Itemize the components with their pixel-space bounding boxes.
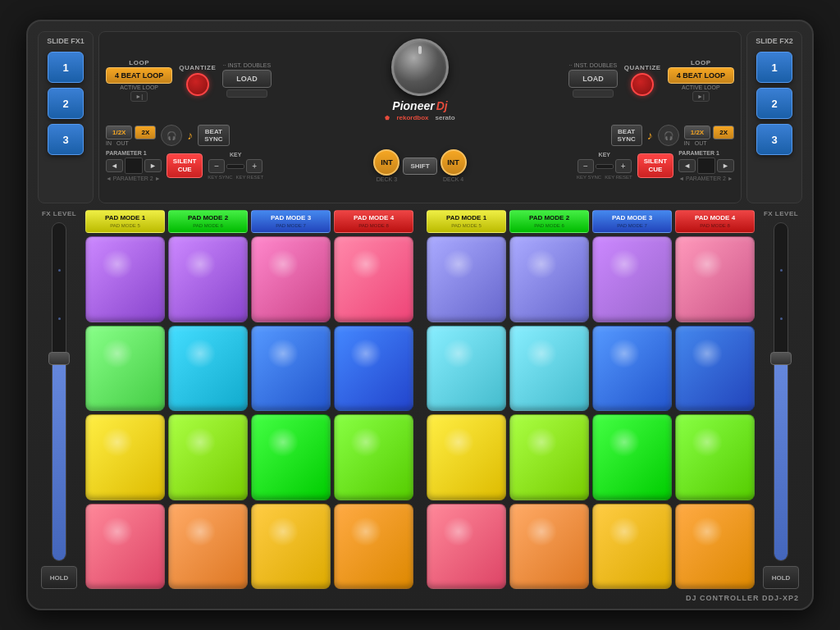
slide-fx2-btn-2[interactable]: 2 (756, 88, 792, 119)
pad-R2-4[interactable] (675, 326, 755, 412)
pad-R4-4[interactable] (675, 504, 755, 590)
pad-L2-3[interactable] (251, 326, 331, 412)
beat-sync-left[interactable]: BEATSYNC (198, 125, 229, 146)
pad-L1-4[interactable] (334, 236, 413, 322)
pad-L1-3[interactable] (251, 236, 331, 322)
pad-R1-1[interactable] (427, 236, 506, 322)
pad-group-left-2 (85, 326, 413, 412)
pad-R3-3[interactable] (592, 414, 672, 500)
loop-label-right: LOOP (691, 59, 711, 66)
hold-btn-left[interactable]: HOLD (41, 566, 77, 589)
deck4-label: DECK 4 (443, 176, 463, 182)
pad-L3-2[interactable] (168, 414, 248, 500)
pad-R3-4[interactable] (675, 414, 755, 500)
silent-cue-left[interactable]: SILENTCUE (167, 153, 203, 177)
pad-mode-4-right[interactable]: PAD MODE 4 PAD MODE 8 (675, 210, 755, 233)
param-right-arrow-right[interactable]: ► (717, 159, 734, 172)
out-label-left: OUT (116, 140, 129, 146)
headphone-icon-left[interactable]: 🎧 (161, 125, 182, 146)
loop-btn-left[interactable]: 4 BEAT LOOP (106, 67, 172, 84)
deck-row-1: LOOP 4 BEAT LOOP ACTIVE LOOP ►| QUANTIZE… (106, 39, 734, 121)
pad-mode-1r-label: PAD MODE 1 (446, 215, 486, 222)
slide-fx1-btn-2[interactable]: 2 (48, 88, 84, 119)
fx-level-left-slider[interactable] (52, 222, 66, 561)
pad-modes-left: PAD MODE 1 PAD MODE 5 PAD MODE 2 PAD MOD… (85, 210, 413, 233)
pad-R4-3[interactable] (592, 504, 672, 590)
pad-L2-2[interactable] (168, 326, 248, 412)
key-plus-left[interactable]: + (246, 159, 262, 173)
hold-btn-right[interactable]: HOLD (763, 566, 799, 589)
pad-R2-1[interactable] (427, 326, 506, 412)
pad-R2-2[interactable] (509, 326, 589, 412)
pad-mode-2-left[interactable]: PAD MODE 2 PAD MODE 6 (168, 210, 248, 233)
load-btn-right[interactable]: LOAD (568, 70, 618, 88)
pad-R4-2[interactable] (509, 504, 589, 590)
pad-mode-2-right[interactable]: PAD MODE 2 PAD MODE 6 (509, 210, 589, 233)
pad-L4-3[interactable] (251, 504, 331, 590)
silent-cue-right[interactable]: SILENTCUE (637, 153, 673, 177)
int-btn-left[interactable]: INT (373, 149, 399, 176)
pad-mode-4-left[interactable]: PAD MODE 4 PAD MODE 8 (334, 210, 413, 233)
pad-mode-3-right[interactable]: PAD MODE 3 PAD MODE 7 (592, 210, 672, 233)
slide-fx2-btn-1[interactable]: 1 (756, 52, 792, 83)
pad-L3-4[interactable] (334, 414, 413, 500)
param-right-arrow[interactable]: ► (144, 159, 162, 172)
pad-L3-3[interactable] (251, 414, 331, 500)
loop-btn-right[interactable]: 4 BEAT LOOP (668, 67, 734, 84)
pad-L2-4[interactable] (334, 326, 413, 412)
load-btn-left[interactable]: LOAD (222, 70, 272, 88)
pad-L4-4[interactable] (334, 504, 413, 590)
headphone-icon-right[interactable]: 🎧 (658, 125, 679, 146)
pad-R1-3[interactable] (592, 236, 672, 322)
quantize-knob-left[interactable] (186, 73, 209, 96)
two-btn-left[interactable]: 2X (135, 126, 156, 139)
pad-R4-1[interactable] (427, 504, 506, 590)
pad-R2-3[interactable] (592, 326, 672, 412)
loop-label-left: LOOP (129, 59, 149, 66)
key-plus-right[interactable]: + (615, 159, 632, 173)
half-btn-left[interactable]: 1/2X (106, 126, 132, 139)
pad-R1-2[interactable] (509, 236, 589, 322)
pad-R1-4[interactable] (675, 236, 755, 322)
fx-level-right-slider[interactable] (774, 222, 788, 561)
half-btn-right[interactable]: 1/2X (684, 126, 710, 139)
pad-R3-2[interactable] (509, 414, 589, 500)
param1-group-left: PARAMETER 1 ◄ ► ◄ PARAMETER 2 ► (106, 150, 162, 181)
pad-L4-2[interactable] (168, 504, 248, 590)
note-icon-left[interactable]: ♪ (187, 129, 193, 142)
fx-thumb-right[interactable] (770, 352, 792, 365)
pad-mode-1-right[interactable]: PAD MODE 1 PAD MODE 5 (427, 210, 506, 233)
fx-thumb-left[interactable] (48, 352, 70, 365)
center-area: Pioneer Dj ⬟ rekordbox serato (375, 39, 465, 121)
main-knob[interactable] (391, 39, 449, 96)
key-minus-left[interactable]: − (208, 159, 225, 173)
int-btn-right[interactable]: INT (441, 149, 467, 176)
pad-L4-1[interactable] (85, 504, 165, 590)
pad-mode-3-left[interactable]: PAD MODE 3 PAD MODE 7 (251, 210, 331, 233)
pad-L1-1[interactable] (85, 236, 165, 322)
pad-mode-1-left[interactable]: PAD MODE 1 PAD MODE 5 (85, 210, 165, 233)
slide-fx1-btn-1[interactable]: 1 (48, 52, 84, 83)
quantize-knob-right[interactable] (631, 73, 654, 96)
shift-btn[interactable]: SHIFT (403, 158, 436, 175)
key-minus-right[interactable]: − (578, 159, 594, 173)
pad-L2-1[interactable] (85, 326, 165, 412)
pad-L1-2[interactable] (168, 236, 248, 322)
pad-mode-4-label: PAD MODE 4 (354, 215, 394, 222)
fx-dot (780, 269, 783, 272)
pad-R3-1[interactable] (427, 414, 506, 500)
transport-left[interactable]: ►| (130, 91, 148, 102)
two-btn-right[interactable]: 2X (713, 126, 734, 139)
pad-section: FX LEVEL HOLD (38, 210, 802, 589)
transport-right[interactable]: ►| (692, 91, 710, 102)
beat-sync-right[interactable]: BEATSYNC (611, 125, 642, 146)
note-icon-right[interactable]: ♪ (647, 129, 653, 142)
param-left-arrow[interactable]: ◄ (106, 159, 123, 172)
active-loop-right: ACTIVE LOOP (682, 84, 720, 90)
key-label-left: KEY (230, 152, 241, 158)
param-left-arrow-right[interactable]: ◄ (678, 159, 696, 172)
slide-fx2-btn-3[interactable]: 3 (756, 124, 792, 155)
pad-L3-1[interactable] (85, 414, 165, 500)
param2-label-right: ◄ PARAMETER 2 ► (678, 176, 734, 181)
slide-fx1-btn-3[interactable]: 3 (48, 124, 84, 155)
